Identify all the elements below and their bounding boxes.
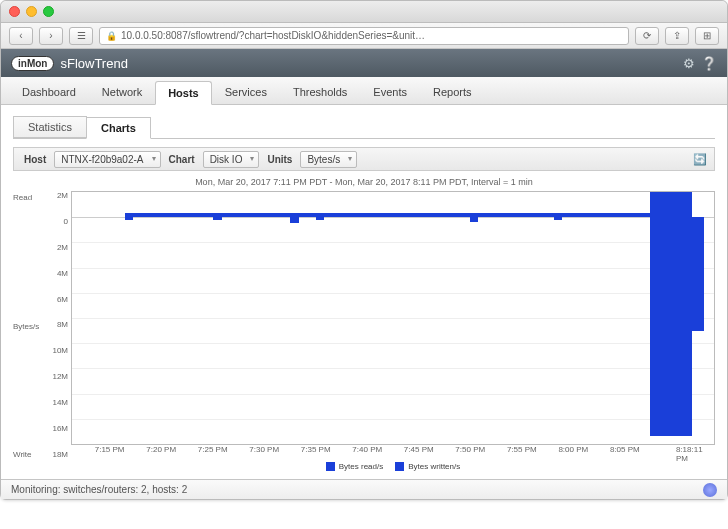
x-tick: 7:40 PM [352,445,382,454]
reload-button[interactable]: ⟳ [635,27,659,45]
y-tick: 10M [43,346,68,355]
chart-body: Read Bytes/s Write 2M 0 2M 4M 6M 8M 10M … [13,191,715,473]
y-tick: 18M [43,450,68,459]
globe-icon[interactable] [703,483,717,497]
logo: inMon [11,56,54,71]
sidebar-button[interactable]: ☰ [69,27,93,45]
mac-close-button[interactable] [9,6,20,17]
y-axis: 2M 0 2M 4M 6M 8M 10M 12M 14M 16M 18M [43,191,71,473]
x-tick: 7:25 PM [198,445,228,454]
y-write-label: Write [13,450,43,459]
tab-hosts[interactable]: Hosts [155,81,212,105]
status-text: Monitoring: switches/routers: 2, hosts: … [11,484,187,495]
x-tick: 8:05 PM [610,445,640,454]
y-tick: 12M [43,372,68,381]
x-tick: 7:45 PM [404,445,434,454]
tab-events[interactable]: Events [360,80,420,104]
mac-window: ‹ › ☰ 🔒 10.0.0.50:8087/sflowtrend/?chart… [0,0,728,500]
x-tick: 7:15 PM [95,445,125,454]
url-bar[interactable]: 🔒 10.0.0.50:8087/sflowtrend/?chart=hostD… [99,27,629,45]
x-tick: 7:55 PM [507,445,537,454]
legend-item-write: Bytes written/s [395,462,460,471]
write-bar [316,217,324,220]
legend-swatch [395,462,404,471]
chart-label: Chart [165,154,199,165]
forward-button[interactable]: › [39,27,63,45]
y-tick: 8M [43,320,68,329]
legend-swatch [326,462,335,471]
y-tick: 14M [43,398,68,407]
chart-area: Mon, Mar 20, 2017 7:11 PM PDT - Mon, Mar… [13,177,715,473]
x-tick: 7:30 PM [249,445,279,454]
y-tick: 6M [43,295,68,304]
url-text: 10.0.0.50:8087/sflowtrend/?chart=hostDis… [121,30,425,41]
chart-controls: Host NTNX-f20b9a02-A Chart Disk IO Units… [13,147,715,171]
sub-tabs: Statistics Charts [13,115,715,139]
write-spike-bar [650,217,692,436]
host-label: Host [20,154,50,165]
y-tick: 2M [43,243,68,252]
x-tick: 7:50 PM [455,445,485,454]
write-bar [125,217,133,220]
y-tick: 2M [43,191,68,200]
write-bar [290,217,298,223]
main-tabs: Dashboard Network Hosts Services Thresho… [1,77,727,105]
tab-reports[interactable]: Reports [420,80,485,104]
browser-toolbar: ‹ › ☰ 🔒 10.0.0.50:8087/sflowtrend/?chart… [1,23,727,49]
plot [71,191,715,445]
y-bytes-label: Bytes/s [13,322,43,331]
header-icons: ⚙ ❔ [683,56,717,71]
tab-dashboard[interactable]: Dashboard [9,80,89,104]
x-tick: 8:00 PM [558,445,588,454]
back-button[interactable]: ‹ [9,27,33,45]
refresh-icon[interactable]: 🔄 [692,151,708,167]
host-select[interactable]: NTNX-f20b9a02-A [54,151,160,168]
x-tick: 7:20 PM [146,445,176,454]
help-icon[interactable]: ❔ [701,56,717,71]
y-read-label: Read [13,193,43,202]
units-label: Units [263,154,296,165]
settings-icon[interactable]: ⚙ [683,56,695,71]
tab-network[interactable]: Network [89,80,155,104]
x-tick: 7:35 PM [301,445,331,454]
chart-select[interactable]: Disk IO [203,151,260,168]
y-tick: 0 [43,217,68,226]
x-tick: 8:18:11 PM [676,445,703,463]
mac-titlebar [1,1,727,23]
tab-services[interactable]: Services [212,80,280,104]
status-bar: Monitoring: switches/routers: 2, hosts: … [1,479,727,499]
y-tick: 16M [43,424,68,433]
subtab-statistics[interactable]: Statistics [13,116,87,138]
legend: Bytes read/s Bytes written/s [71,459,715,473]
mac-maximize-button[interactable] [43,6,54,17]
subtab-charts[interactable]: Charts [86,117,151,139]
brand: inMon sFlowTrend [11,56,128,71]
app-name: sFlowTrend [60,56,127,71]
chart-title: Mon, Mar 20, 2017 7:11 PM PDT - Mon, Mar… [13,177,715,187]
zero-line [72,217,714,218]
write-bar [554,217,562,220]
write-bar [213,217,221,220]
lock-icon: 🔒 [106,31,117,41]
app-header: inMon sFlowTrend ⚙ ❔ [1,49,727,77]
read-series [125,213,692,217]
mac-minimize-button[interactable] [26,6,37,17]
write-trailing-bar [692,217,705,330]
y-outer-labels: Read Bytes/s Write [13,191,43,473]
x-axis: 7:15 PM 7:20 PM 7:25 PM 7:30 PM 7:35 PM … [71,445,715,459]
content-area: Statistics Charts Host NTNX-f20b9a02-A C… [1,105,727,479]
plot-wrap: 7:15 PM 7:20 PM 7:25 PM 7:30 PM 7:35 PM … [71,191,715,473]
y-tick: 4M [43,269,68,278]
legend-item-read: Bytes read/s [326,462,383,471]
tab-thresholds[interactable]: Thresholds [280,80,360,104]
write-bar [470,217,478,222]
share-button[interactable]: ⇪ [665,27,689,45]
read-spike-bar [650,192,692,217]
units-select[interactable]: Bytes/s [300,151,357,168]
tabs-button[interactable]: ⊞ [695,27,719,45]
